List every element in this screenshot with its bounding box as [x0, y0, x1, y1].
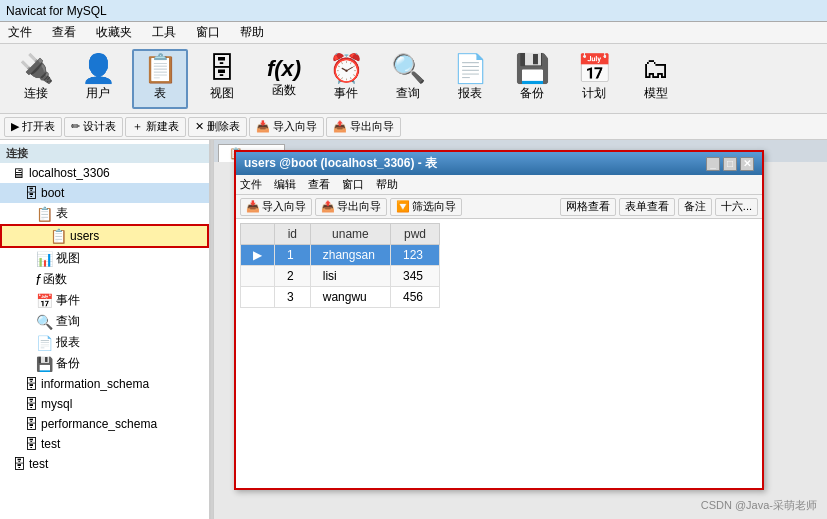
note-view-button[interactable]: 备注 [678, 198, 712, 216]
toolbar-function[interactable]: f(x) 函数 [256, 49, 312, 109]
inner-title-bar: users @boot (localhost_3306) - 表 _ □ ✕ [236, 152, 762, 175]
cell-id-2[interactable]: 2 [275, 266, 311, 287]
report-label: 报表 [458, 85, 482, 102]
maximize-button[interactable]: □ [723, 157, 737, 171]
sidebar-item-performance-schema[interactable]: 🗄 performance_schema [0, 414, 209, 434]
toolbar-query[interactable]: 🔍 查询 [380, 49, 436, 109]
sidebar-item-boot[interactable]: 🗄 boot [0, 183, 209, 203]
menu-help[interactable]: 帮助 [236, 22, 268, 43]
tables-label: 表 [56, 205, 68, 222]
cell-pwd-3[interactable]: 456 [391, 287, 440, 308]
inner-menu-file[interactable]: 文件 [240, 177, 262, 192]
toolbar-model[interactable]: 🗂 模型 [628, 49, 684, 109]
functions-icon: f [36, 272, 40, 288]
new-icon: ＋ [132, 119, 143, 134]
sidebar-item-events[interactable]: 📅 事件 [0, 290, 209, 311]
sidebar-item-test[interactable]: 🗄 test [0, 454, 209, 474]
toolbar-schedule[interactable]: 📅 计划 [566, 49, 622, 109]
toolbar-event[interactable]: ⏰ 事件 [318, 49, 374, 109]
menu-file[interactable]: 文件 [4, 22, 36, 43]
action-toolbar: ▶ 打开表 ✏ 设计表 ＋ 新建表 ✕ 删除表 📥 导入向导 📤 导出向导 [0, 114, 827, 140]
queries-label: 查询 [56, 313, 80, 330]
inner-menu-window[interactable]: 窗口 [342, 177, 364, 192]
sidebar-item-functions[interactable]: f 函数 [0, 269, 209, 290]
menu-favorites[interactable]: 收藏夹 [92, 22, 136, 43]
new-table-button[interactable]: ＋ 新建表 [125, 117, 186, 137]
backups-icon: 💾 [36, 356, 53, 372]
minimize-button[interactable]: _ [706, 157, 720, 171]
delete-table-button[interactable]: ✕ 删除表 [188, 117, 247, 137]
cell-id-1[interactable]: 1 [275, 245, 311, 266]
delete-icon: ✕ [195, 120, 204, 133]
cell-pwd-2[interactable]: 345 [391, 266, 440, 287]
close-button[interactable]: ✕ [740, 157, 754, 171]
cell-uname-2[interactable]: lisi [310, 266, 390, 287]
function-icon: f(x) [267, 58, 301, 80]
export-wizard-button[interactable]: 📤 导出向导 [326, 117, 401, 137]
inner-filter-wizard-button[interactable]: 🔽 筛选向导 [390, 198, 462, 216]
toolbar-report[interactable]: 📄 报表 [442, 49, 498, 109]
table-row[interactable]: 3 wangwu 456 [241, 287, 440, 308]
inner-import-wizard-button[interactable]: 📥 导入向导 [240, 198, 312, 216]
user-icon: 👤 [81, 55, 116, 83]
hex-view-button[interactable]: 十六... [715, 198, 758, 216]
cell-uname-1[interactable]: zhangsan [310, 245, 390, 266]
views-icon: 📊 [36, 251, 53, 267]
toolbar-backup[interactable]: 💾 备份 [504, 49, 560, 109]
col-pwd[interactable]: pwd [391, 224, 440, 245]
event-icon: ⏰ [329, 55, 364, 83]
inner-menu-view[interactable]: 查看 [308, 177, 330, 192]
menu-window[interactable]: 窗口 [192, 22, 224, 43]
col-id[interactable]: id [275, 224, 311, 245]
query-icon: 🔍 [391, 55, 426, 83]
cell-pwd-1[interactable]: 123 [391, 245, 440, 266]
grid-view-button[interactable]: 网格查看 [560, 198, 616, 216]
cell-id-3[interactable]: 3 [275, 287, 311, 308]
toolbar-connect[interactable]: 🔌 连接 [8, 49, 64, 109]
toolbar-view[interactable]: 🗄 视图 [194, 49, 250, 109]
view-label: 视图 [210, 85, 234, 102]
col-indicator [241, 224, 275, 245]
form-view-button[interactable]: 表单查看 [619, 198, 675, 216]
sidebar-item-mysql[interactable]: 🗄 mysql [0, 394, 209, 414]
function-label: 函数 [272, 82, 296, 99]
inner-window: users @boot (localhost_3306) - 表 _ □ ✕ 文… [234, 150, 764, 490]
design-table-button[interactable]: ✏ 设计表 [64, 117, 123, 137]
sidebar-item-server[interactable]: 🖥 localhost_3306 [0, 163, 209, 183]
inner-menu-help[interactable]: 帮助 [376, 177, 398, 192]
reports-label: 报表 [56, 334, 80, 351]
sidebar-item-queries[interactable]: 🔍 查询 [0, 311, 209, 332]
users-table-icon: 📋 [50, 228, 67, 244]
sidebar-item-backups[interactable]: 💾 备份 [0, 353, 209, 374]
sidebar-item-reports[interactable]: 📄 报表 [0, 332, 209, 353]
inner-menu-edit[interactable]: 编辑 [274, 177, 296, 192]
import-icon: 📥 [256, 120, 270, 133]
menu-tools[interactable]: 工具 [148, 22, 180, 43]
table-row[interactable]: ▶ 1 zhangsan 123 [241, 245, 440, 266]
events-label: 事件 [56, 292, 80, 309]
sidebar-item-test-db[interactable]: 🗄 test [0, 434, 209, 454]
toolbar-user[interactable]: 👤 用户 [70, 49, 126, 109]
menu-view[interactable]: 查看 [48, 22, 80, 43]
backup-label: 备份 [520, 85, 544, 102]
toolbar-table[interactable]: 📋 表 [132, 49, 188, 109]
open-table-button[interactable]: ▶ 打开表 [4, 117, 62, 137]
inner-export-wizard-button[interactable]: 📤 导出向导 [315, 198, 387, 216]
table-row[interactable]: 2 lisi 345 [241, 266, 440, 287]
sidebar-item-information-schema[interactable]: 🗄 information_schema [0, 374, 209, 394]
test-label: test [29, 457, 48, 471]
db-icon-2: 🗄 [24, 396, 38, 412]
col-uname[interactable]: uname [310, 224, 390, 245]
functions-label: 函数 [43, 271, 67, 288]
sidebar-item-users[interactable]: 📋 users [0, 224, 209, 248]
content-area: 📋 users users @boot (localhost_3306) - 表… [214, 140, 827, 519]
sidebar-item-views[interactable]: 📊 视图 [0, 248, 209, 269]
export-icon: 📤 [333, 120, 347, 133]
test-icon: 🗄 [12, 456, 26, 472]
data-table: id uname pwd ▶ 1 zhangsan 123 [240, 223, 440, 308]
cell-uname-3[interactable]: wangwu [310, 287, 390, 308]
tables-folder-icon: 📋 [36, 206, 53, 222]
import-wizard-button[interactable]: 📥 导入向导 [249, 117, 324, 137]
inner-window-controls: _ □ ✕ [706, 157, 754, 171]
sidebar-item-tables[interactable]: 📋 表 [0, 203, 209, 224]
